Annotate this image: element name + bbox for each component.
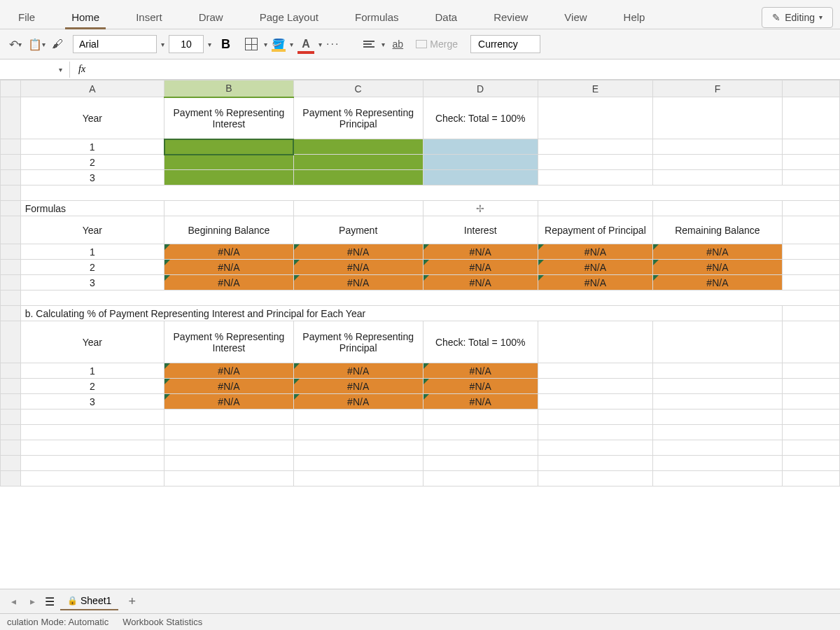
cell[interactable] [538,394,652,410]
formulas-section-label[interactable]: Formulas [20,201,164,216]
cell-error[interactable]: #N/A [538,260,652,275]
cell[interactable]: 2 [20,379,164,394]
row-header[interactable] [1,216,21,244]
cell[interactable] [653,155,783,170]
tab-data[interactable]: Data [424,6,468,29]
cell[interactable] [653,321,783,363]
cell[interactable] [782,440,839,456]
wrap-text-icon[interactable]: ab [389,36,406,52]
cell[interactable] [164,456,294,471]
cell-error[interactable]: #N/A [164,275,294,290]
cell[interactable]: Interest [423,216,538,244]
row-header[interactable] [1,410,21,425]
cell-error[interactable]: #N/A [164,244,294,260]
sheet-nav-prev[interactable]: ◂ [7,594,20,608]
cell[interactable] [782,97,839,139]
cell[interactable] [423,440,538,456]
cell-error[interactable]: #N/A [538,275,652,290]
more-options-icon[interactable]: ··· [326,38,340,50]
tab-draw[interactable]: Draw [188,6,234,29]
cell[interactable] [782,170,839,186]
cell[interactable]: Year [20,97,164,139]
col-header-b[interactable]: B [164,80,294,97]
all-sheets-icon[interactable]: ☰ [45,595,55,608]
cell[interactable] [653,456,783,471]
sheet-tab-1[interactable]: 🔒 Sheet1 [60,592,118,610]
cell-error[interactable]: #N/A [293,275,423,290]
row-header[interactable] [1,275,21,290]
tab-help[interactable]: Help [612,6,657,29]
font-color-icon[interactable]: A [298,36,314,52]
cell-error[interactable]: #N/A [538,244,652,260]
cell-error[interactable]: #N/A [653,275,783,290]
cell[interactable] [782,379,839,394]
cell[interactable]: Payment % Representing Interest [164,321,294,363]
cell[interactable] [423,471,538,486]
spreadsheet-grid[interactable]: A B C D E F Year Payment % Representing … [0,80,840,486]
editing-mode-button[interactable]: ✎ Editing ▾ [762,7,833,28]
cell[interactable] [538,425,652,440]
calc-mode-label[interactable]: culation Mode: Automatic [7,617,108,627]
cell[interactable]: 2 [20,260,164,275]
cell[interactable] [423,425,538,440]
format-painter-icon[interactable]: 🖌 [49,36,66,52]
cell[interactable] [423,170,538,186]
cell[interactable]: Beginning Balance [164,216,294,244]
cell[interactable]: Check: Total = 100% [423,97,538,139]
cell[interactable] [653,440,783,456]
cell[interactable] [423,139,538,155]
tab-insert[interactable]: Insert [125,6,174,29]
cell-error[interactable]: #N/A [293,394,423,410]
cell[interactable] [538,471,652,486]
col-header-blank[interactable] [782,80,839,97]
cell[interactable] [164,471,294,486]
cell[interactable] [20,440,164,456]
chevron-down-icon[interactable]: ▾ [318,41,322,48]
tab-home[interactable]: Home [60,6,111,29]
cell[interactable] [653,97,783,139]
active-cell[interactable] [164,139,294,155]
cell[interactable]: 1 [20,139,164,155]
chevron-down-icon[interactable]: ▾ [290,41,293,48]
fx-label[interactable]: fx [70,59,94,79]
fill-color-icon[interactable]: 🪣 [272,38,286,50]
row-header[interactable] [1,170,21,186]
cell[interactable] [782,456,839,471]
cell[interactable]: 1 [20,363,164,379]
cell[interactable] [538,456,652,471]
row-header[interactable] [1,440,21,456]
chevron-down-icon[interactable]: ▾ [208,41,211,48]
cell[interactable] [20,471,164,486]
cell[interactable] [782,244,839,260]
cell[interactable] [653,201,783,216]
cell[interactable] [538,201,652,216]
cell[interactable] [653,394,783,410]
tab-file[interactable]: File [7,6,46,29]
cell[interactable] [653,379,783,394]
cell[interactable] [164,425,294,440]
clipboard-icon[interactable]: 📋▾ [28,36,45,52]
cell[interactable]: Remaining Balance [653,216,783,244]
cell[interactable]: Payment % Representing Principal [293,97,423,139]
undo-icon[interactable]: ↶▾ [7,36,24,52]
cell[interactable] [653,410,783,425]
cell[interactable] [164,410,294,425]
sheet-nav-next[interactable]: ▸ [26,594,39,608]
cell[interactable] [653,425,783,440]
section-b-title[interactable]: b. Calculating % of Payment Representing… [20,306,782,321]
cell[interactable] [164,170,294,186]
cell[interactable] [538,440,652,456]
cell[interactable]: 1 [20,244,164,260]
cell[interactable] [782,306,839,321]
row-header[interactable] [1,471,21,486]
align-icon[interactable] [360,36,377,52]
cell[interactable] [782,155,839,170]
cell[interactable] [20,425,164,440]
cell[interactable] [293,201,423,216]
row-header[interactable] [1,201,21,216]
cell[interactable] [782,363,839,379]
bold-button[interactable]: B [216,36,236,53]
cell[interactable] [782,275,839,290]
cell-error[interactable]: #N/A [293,244,423,260]
cell[interactable]: Payment % Representing Principal [293,321,423,363]
